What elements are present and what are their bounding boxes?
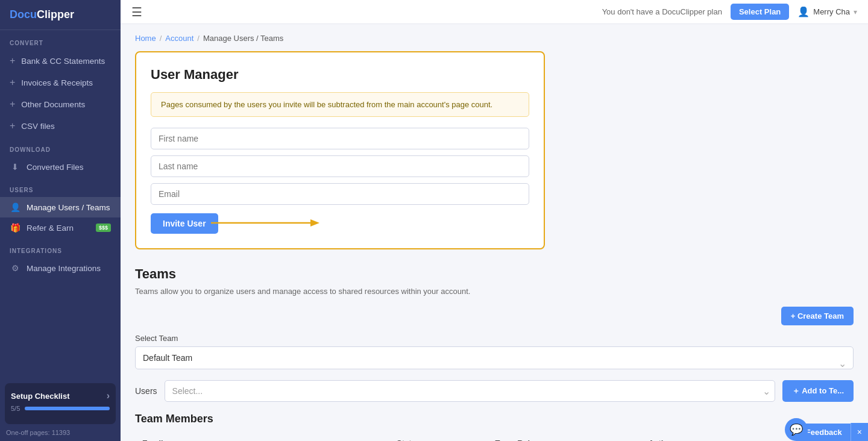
setup-title: Setup Checklist ›	[11, 390, 110, 401]
user-manager-title: User Manager	[151, 67, 529, 83]
breadcrumb-account[interactable]: Account	[165, 34, 193, 43]
teams-description: Teams allow you to organize users and ma…	[135, 287, 854, 296]
download-section-label: DOWNLOAD	[0, 137, 121, 157]
breadcrumb: Home / Account / Manage Users / Teams	[135, 34, 854, 43]
sidebar-item-refer-earn[interactable]: 🎁 Refer & Earn $$$	[0, 217, 121, 238]
account-icon: 👤	[797, 6, 810, 17]
arrow-annotation	[205, 211, 326, 235]
sidebar-item-other-documents[interactable]: + Other Documents	[0, 93, 121, 115]
users-row: Users Select... ⌄ ＋ Add to Te...	[135, 380, 854, 402]
plus-icon: +	[10, 120, 15, 131]
progress-bar-fill	[25, 407, 110, 410]
teams-header: + Create Team	[135, 307, 854, 325]
integrations-section-label: INTEGRATIONS	[0, 238, 121, 258]
one-off-pages: One-off pages: 11393	[0, 429, 121, 441]
svg-marker-1	[310, 219, 319, 227]
sidebar-item-invoices-receipts[interactable]: + Invoices & Receipts	[0, 72, 121, 93]
teams-section: Teams Teams allow you to organize users …	[135, 266, 854, 441]
topbar-left: ☰	[131, 5, 142, 19]
breadcrumb-home[interactable]: Home	[135, 34, 156, 43]
team-members-title: Team Members	[135, 413, 854, 425]
setup-chevron-icon[interactable]: ›	[107, 390, 110, 401]
col-email: Email	[135, 433, 389, 441]
col-status: Status	[389, 433, 488, 441]
topbar: ☰ You don't have a DocuClipper plan Sele…	[121, 0, 868, 24]
team-select-wrapper: Default Team	[135, 346, 854, 380]
last-name-input[interactable]	[151, 155, 529, 177]
users-label: Users	[135, 386, 157, 396]
main-content: Home / Account / Manage Users / Teams Us…	[121, 24, 868, 441]
team-select[interactable]: Default Team	[135, 346, 854, 369]
progress-bar-bg	[25, 407, 110, 410]
gift-icon: 🎁	[10, 223, 20, 233]
user-manager-card: User Manager Pages consumed by the users…	[135, 51, 545, 249]
info-banner: Pages consumed by the users you invite w…	[151, 92, 529, 117]
users-section-label: USERS	[0, 177, 121, 197]
members-table: Email Status Team Role Actions merry@doc…	[135, 433, 854, 441]
logo-area: DocuClipper	[0, 0, 121, 30]
feedback-bar: Feedback ×	[797, 423, 868, 441]
sidebar-item-bank-statements[interactable]: + Bank & CC Statements	[0, 50, 121, 72]
user-icon: 👤	[10, 202, 20, 212]
no-plan-text: You don't have a DocuClipper plan	[602, 7, 722, 16]
col-role: Team Role	[488, 433, 641, 441]
users-select-wrapper: Select... ⌄	[165, 380, 776, 402]
progress-row: 5/5	[11, 405, 110, 412]
select-team-label: Select Team	[135, 334, 854, 343]
topbar-right: You don't have a DocuClipper plan Select…	[602, 4, 857, 20]
chat-icon: 💬	[790, 423, 803, 436]
create-team-button[interactable]: + Create Team	[781, 307, 854, 325]
email-input[interactable]	[151, 183, 529, 205]
download-icon: ⬇	[10, 162, 20, 172]
user-name: Merry Cha	[813, 7, 850, 16]
first-name-input[interactable]	[151, 128, 529, 149]
sidebar-item-manage-integrations[interactable]: ⚙ Manage Integrations	[0, 258, 121, 278]
teams-title: Teams	[135, 266, 854, 282]
users-select[interactable]: Select...	[165, 380, 776, 402]
user-area[interactable]: 👤 Merry Cha ▾	[797, 6, 857, 17]
breadcrumb-current: Manage Users / Teams	[203, 34, 283, 43]
gear-icon: ⚙	[10, 263, 20, 273]
add-to-team-button[interactable]: ＋ Add to Te...	[782, 380, 854, 402]
sidebar: DocuClipper CONVERT + Bank & CC Statemen…	[0, 0, 121, 441]
sidebar-item-manage-users-teams[interactable]: 👤 Manage Users / Teams	[0, 197, 121, 217]
hamburger-icon[interactable]: ☰	[131, 5, 142, 19]
plus-icon: +	[10, 55, 15, 66]
chevron-down-icon: ▾	[854, 8, 857, 16]
sidebar-item-converted-files[interactable]: ⬇ Converted Files	[0, 157, 121, 177]
plus-icon: +	[10, 99, 15, 110]
chat-button[interactable]: 💬	[785, 418, 808, 441]
sidebar-item-csv-files[interactable]: + CSV files	[0, 115, 121, 137]
select-plan-button[interactable]: Select Plan	[731, 4, 789, 20]
feedback-close-button[interactable]: ×	[851, 423, 868, 441]
refer-badge: $$$	[96, 224, 111, 232]
setup-checklist-panel: Setup Checklist › 5/5	[5, 383, 116, 424]
convert-section-label: CONVERT	[0, 30, 121, 50]
plus-icon: +	[10, 77, 15, 88]
logo-text: DocuClipper	[10, 8, 74, 21]
